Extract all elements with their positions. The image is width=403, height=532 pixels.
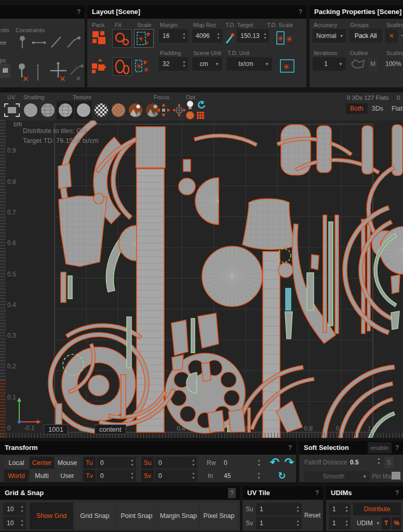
tv-value[interactable]: 0 [97,472,128,480]
help-icon[interactable]: ? [228,488,236,498]
rw-value[interactable]: 0 [220,459,255,467]
grid-size-u-spinner[interactable]: ▲▼ [18,505,26,513]
pivot-world-button[interactable]: World [4,470,29,482]
scaling-x-button[interactable]: ✕ [385,29,398,43]
scale-td-button[interactable]: P✳✳ [134,29,154,48]
help-icon[interactable]: ? [288,441,292,455]
su-field[interactable]: 0▲▼ [155,457,197,469]
texture-image-icon[interactable] [127,102,143,118]
undo-icon[interactable]: ↶ [268,456,281,469]
in-spinner[interactable]: ▲▼ [255,472,263,480]
pivot-local-button[interactable]: Local [4,457,29,469]
pivot-multi-button[interactable]: Multi [30,470,54,482]
margin-value[interactable]: 16 [159,32,180,39]
refresh-grid-icon[interactable] [196,100,206,121]
scaling-value[interactable]: 100% [385,60,401,68]
tile-su-field[interactable]: 1▲▼ [256,503,302,515]
udim-count2-value[interactable]: 1 [329,520,343,527]
grid-size-v-spinner[interactable]: ▲▼ [18,519,26,527]
tv-chip[interactable]: Tv [83,470,96,482]
td-scale-apply-button[interactable]: ✳ [278,57,296,75]
tile-sv-field[interactable]: 1▲▼ [256,517,302,529]
tile-sv-value[interactable]: 1 [256,520,294,527]
pixel-snap-button[interactable]: Pixel Snap [200,502,238,529]
reset-button[interactable]: Reset [304,512,320,519]
distribute-button[interactable]: Distribute [353,503,401,515]
scale-pack-button[interactable]: ✳P✳ [134,57,153,75]
td-target-value[interactable]: 150.13 [237,32,261,39]
rw-spinner[interactable]: ▲▼ [255,459,263,467]
scaling-tilde-button[interactable]: ~ [399,29,403,43]
accuracy-value[interactable]: Normal [313,32,337,39]
uv-canvas[interactable]: 0.40.60.70.80.91 [0,121,403,438]
udim-count2-field[interactable]: 1▲▼ [329,517,351,529]
help-icon[interactable]: ? [77,5,80,19]
scene-unit-value[interactable]: cm [192,60,212,68]
content-mode-chip[interactable]: content [95,424,126,434]
curve-constraint-icon[interactable] [65,34,81,50]
tile-su-value[interactable]: 1 [256,506,294,513]
pin-map-checkbox[interactable] [392,472,400,480]
udim-count1-spinner[interactable]: ▲▼ [343,506,351,513]
fit-button[interactable] [112,29,132,48]
grid-snap-button[interactable]: Grid Snap [74,502,115,529]
tile-sv-spinner[interactable]: ▲▼ [294,520,302,527]
falloff-value[interactable]: 0.5 [350,459,359,466]
td-unit-dropdown[interactable]: tx/cm ▼ [226,57,272,71]
s-button[interactable]: S [384,457,394,468]
td-target-spinner[interactable]: ▲▼ [261,32,269,40]
margin-snap-button[interactable]: Margin Snap [158,502,199,529]
udim-count1-value[interactable]: 1 [329,506,343,513]
grid-size-u-field[interactable]: 10▲▼ [3,502,26,515]
tv-field[interactable]: 0▲▼ [97,470,136,482]
in-value[interactable]: 45 [220,472,255,480]
pack-button[interactable] [90,29,108,47]
shading-flat-icon[interactable] [22,102,38,118]
help-icon[interactable]: ? [299,5,302,19]
rotate-icon[interactable]: ↻ [275,470,289,482]
su-spinner[interactable]: ▲▼ [190,459,197,467]
grid-size-v-field[interactable]: 10▲▼ [3,516,26,529]
sv-value[interactable]: 0 [155,472,190,480]
shading-smooth-icon[interactable] [75,101,92,119]
sv-chip[interactable]: Sv [141,470,154,482]
accuracy-dropdown[interactable]: Normal ▼ [313,29,346,43]
focus-selected-icon[interactable] [156,102,171,118]
texture-checker-color-icon[interactable] [110,102,126,118]
tile-su-spinner[interactable]: ▲▼ [294,506,302,513]
uv-frame-icon[interactable] [3,102,21,118]
su-chip[interactable]: Su [141,457,154,469]
pin-constraint-icon[interactable] [16,34,29,50]
padding-spinner[interactable]: ▲▼ [180,60,188,68]
udim-percent-button[interactable]: % [392,517,401,529]
tab-both[interactable]: Both [346,103,368,114]
udim-count1-field[interactable]: 1▲▼ [329,503,351,515]
tu-value[interactable]: 0 [97,459,128,467]
td-target-field[interactable]: 150.13 ▲▼ [237,29,269,43]
tu-chip[interactable]: Tu [83,457,96,469]
remove-pin-icon[interactable]: ✕ [16,61,31,83]
scene-unit-dropdown[interactable]: cm ▼ [192,57,222,71]
pivot-user-button[interactable]: User [55,470,79,482]
shading-wire-icon[interactable] [39,102,56,118]
margin-spinner[interactable]: ▲▼ [180,32,188,40]
udim-t-button[interactable]: T [382,517,391,529]
margin-field[interactable]: 16 ▲▼ [159,29,188,43]
falloff-spinner[interactable]: ▲▼ [375,457,383,465]
map-rez-field[interactable]: 4096 ▲▼ [192,29,222,43]
falloff-mode-dropdown[interactable]: Smooth▼ [304,471,370,482]
light-toggle-icon[interactable] [185,100,195,121]
padding-field[interactable]: 32 ▲▼ [159,57,188,71]
sv-field[interactable]: 0▲▼ [155,470,197,482]
help-icon[interactable]: ? [315,486,319,500]
outline-polygon-icon[interactable] [349,57,367,71]
iterations-value[interactable]: 1 [313,60,335,68]
tab-3ds[interactable]: 3Ds [368,103,387,114]
tab-flats[interactable]: Flats [387,103,403,114]
line-constraint-icon[interactable] [49,34,63,50]
rw-field[interactable]: 0▲▼ [220,457,263,469]
udim-mode-value[interactable]: UDIM [353,520,373,527]
pack-move-button[interactable] [90,57,108,75]
edge-constraint-icon[interactable] [31,36,47,49]
pivot-mouse-button[interactable]: Mouse [55,457,79,469]
